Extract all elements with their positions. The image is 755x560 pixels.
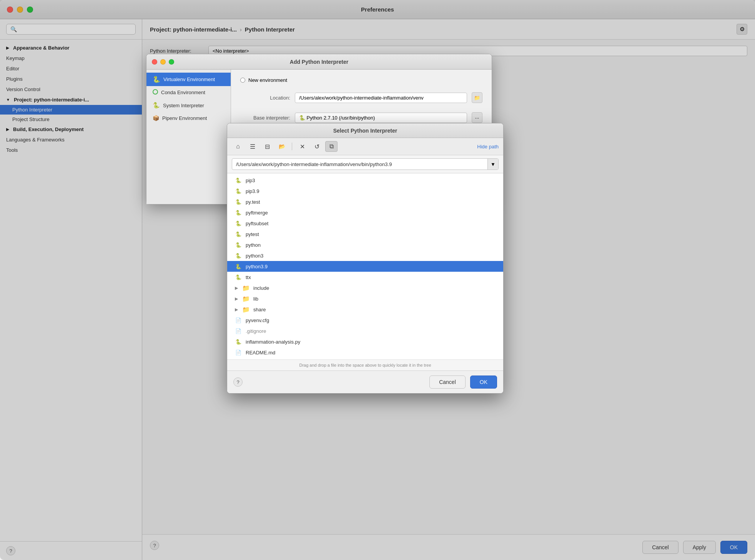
file-name-pytest-file: py.test (246, 199, 260, 205)
file-name-python3: python3 (246, 253, 263, 259)
location-browse-button[interactable]: 📁 (472, 92, 482, 103)
dropdown-chevron-icon: ▼ (491, 161, 496, 167)
file-item-gitignore[interactable]: 📄 .gitignore (227, 326, 503, 336)
base-interpreter-row: Base interpreter: 🐍 Python 2.7.10 (/usr/… (240, 112, 482, 123)
virtualenv-icon: 🐍 (153, 76, 160, 83)
drag-drop-hint: Drag and drop a file into the space abov… (227, 359, 503, 371)
folder-chevron-include: ▶ (235, 286, 238, 291)
file-icon-pyftsubset: 🐍 (235, 220, 242, 227)
folder-icon: 📁 (474, 95, 480, 101)
new-folder-button[interactable]: 📂 (276, 141, 288, 152)
dialog-maximize-button[interactable] (169, 59, 174, 65)
new-env-row: New environment (240, 77, 482, 83)
file-item-lib[interactable]: ▶ 📁 lib (227, 293, 503, 304)
add-dialog-title: Add Python Interpreter (290, 59, 348, 65)
select-dialog-ok-button[interactable]: OK (470, 376, 497, 389)
file-item-include[interactable]: ▶ 📁 include (227, 282, 503, 293)
folder-chevron-share: ▶ (235, 307, 238, 312)
pipenv-env-item[interactable]: 📦 Pipenv Environment (146, 112, 231, 124)
select-python-dialog: Select Python Interpreter ⌂ ☰ ⊟ 📂 ✕ ↺ ⧉ … (227, 123, 504, 394)
add-dialog-titlebar: Add Python Interpreter (146, 54, 492, 70)
delete-icon: ✕ (300, 143, 305, 150)
virtualenv-env-item[interactable]: 🐍 Virtualenv Environment (146, 73, 231, 86)
file-icon-pip3: 🐍 (235, 177, 242, 184)
file-item-python3[interactable]: 🐍 python3 (227, 250, 503, 261)
home-icon: ⌂ (236, 143, 240, 150)
new-env-radio[interactable] (240, 78, 245, 83)
path-input[interactable] (232, 160, 487, 169)
list-view-button[interactable]: ☰ (246, 141, 259, 152)
file-icon-inflammation: 🐍 (235, 338, 242, 345)
file-name-gitignore: .gitignore (246, 328, 266, 334)
delete-button[interactable]: ✕ (296, 141, 308, 152)
folder-icon-share: 📁 (243, 306, 249, 313)
select-dialog-title: Select Python Interpreter (333, 128, 397, 134)
file-name-readme: README.md (246, 350, 275, 356)
file-name-pyftmerge: pyftmerge (246, 210, 268, 216)
file-icon-python: 🐍 (235, 241, 242, 248)
dialog-close-button[interactable] (152, 59, 157, 65)
conda-icon (153, 89, 158, 96)
dialog-minimize-button[interactable] (160, 59, 166, 65)
file-name-python: python (246, 242, 261, 248)
file-list: 🐍 pip3 🐍 pip3.9 🐍 py.test 🐍 pyftmerge 🐍 … (227, 173, 503, 359)
folder-icon-include: 📁 (243, 284, 249, 291)
path-input-wrapper: ▼ (232, 158, 499, 170)
select-dialog-cancel-button[interactable]: Cancel (429, 376, 466, 389)
file-item-pytest[interactable]: 🐍 pytest (227, 229, 503, 239)
base-interp-browse-button[interactable]: ··· (472, 112, 482, 123)
file-name-pyvenv: pyvenv.cfg (246, 317, 269, 323)
refresh-icon: ↺ (314, 143, 319, 150)
select-dialog-titlebar: Select Python Interpreter (227, 123, 503, 138)
tree-view-button[interactable]: ⊟ (261, 141, 273, 152)
new-folder-icon: 📂 (279, 143, 285, 150)
copy-path-button[interactable]: ⧉ (325, 141, 338, 152)
file-name-pytest: pytest (246, 231, 259, 237)
file-item-readme[interactable]: 📄 README.md (227, 347, 503, 358)
path-dropdown-button[interactable]: ▼ (487, 159, 498, 169)
select-dialog-toolbar: ⌂ ☰ ⊟ 📂 ✕ ↺ ⧉ Hide path (227, 138, 503, 155)
file-item-ttx[interactable]: 🐍 ttx (227, 272, 503, 282)
base-interpreter-select[interactable]: 🐍 Python 2.7.10 (/usr/bin/python) (295, 113, 467, 123)
path-bar: ▼ (227, 155, 503, 173)
file-name-lib: lib (253, 296, 258, 302)
file-item-inflammation[interactable]: 🐍 inflammation-analysis.py (227, 336, 503, 347)
ellipsis-icon: ··· (475, 115, 479, 121)
file-item-pip39[interactable]: 🐍 pip3.9 (227, 186, 503, 196)
conda-env-item[interactable]: Conda Environment (146, 86, 231, 99)
dialog-controls (152, 59, 174, 65)
refresh-button[interactable]: ↺ (311, 141, 323, 152)
file-item-pytest-file[interactable]: 🐍 py.test (227, 196, 503, 207)
location-input[interactable] (295, 93, 467, 103)
file-name-pip39: pip3.9 (246, 188, 259, 194)
home-button[interactable]: ⌂ (232, 141, 244, 152)
list-view-icon: ☰ (250, 143, 255, 150)
file-item-pyftsubset[interactable]: 🐍 pyftsubset (227, 218, 503, 229)
select-dialog-buttons: ? Cancel OK (227, 371, 503, 393)
system-interpreter-item[interactable]: 🐍 System Interpreter (146, 99, 231, 112)
select-dialog-help-button[interactable]: ? (233, 377, 243, 387)
file-item-pyvenv[interactable]: 📄 pyvenv.cfg (227, 315, 503, 326)
location-row: Location: 📁 (240, 92, 482, 103)
file-name-ttx: ttx (246, 274, 251, 280)
file-name-include: include (253, 285, 269, 291)
file-icon-ttx: 🐍 (235, 274, 242, 281)
file-icon-python39: 🐍 (235, 263, 242, 270)
file-item-python39[interactable]: 🐍 python3.9 (227, 261, 503, 272)
file-item-share[interactable]: ▶ 📁 share (227, 304, 503, 315)
file-name-python39: python3.9 (246, 264, 268, 269)
file-icon-pytest: 🐍 (235, 231, 242, 238)
file-icon-pytest-file: 🐍 (235, 198, 242, 205)
hide-path-button[interactable]: Hide path (477, 144, 499, 150)
file-item-pyftmerge[interactable]: 🐍 pyftmerge (227, 207, 503, 218)
toolbar-separator (292, 143, 292, 150)
file-item-python[interactable]: 🐍 python (227, 239, 503, 250)
file-icon-pip39: 🐍 (235, 188, 242, 194)
file-icon-python3: 🐍 (235, 252, 242, 259)
file-name-share: share (253, 307, 266, 312)
location-label: Location: (240, 95, 290, 101)
file-item-pip3[interactable]: 🐍 pip3 (227, 175, 503, 186)
file-name-pip3: pip3 (246, 178, 255, 183)
copy-icon: ⧉ (329, 143, 334, 150)
file-name-pyftsubset: pyftsubset (246, 221, 268, 226)
